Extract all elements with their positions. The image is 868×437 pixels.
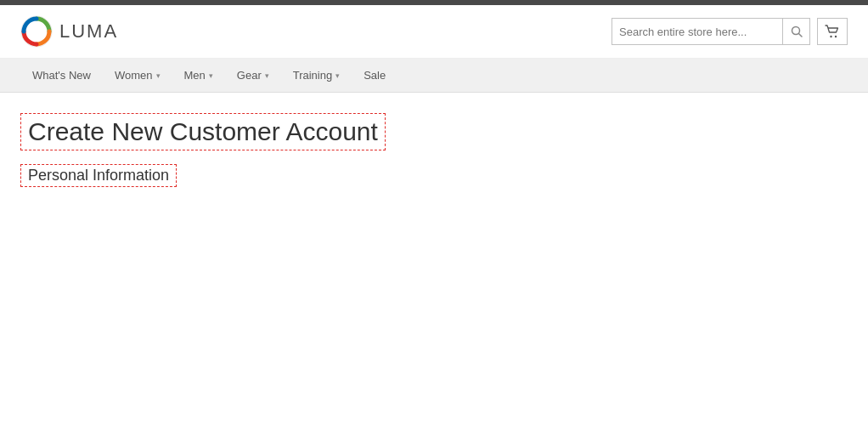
header: LUMA [0, 5, 868, 59]
search-icon [791, 26, 803, 37]
nav-item-gear[interactable]: Gear ▾ [225, 59, 281, 92]
nav-item-whats-new[interactable]: What's New [20, 59, 103, 92]
svg-point-3 [830, 36, 831, 37]
chevron-down-icon: ▾ [335, 71, 340, 80]
search-button[interactable] [782, 19, 809, 44]
luma-logo-icon [20, 15, 53, 48]
nav-item-women[interactable]: Women ▾ [103, 59, 172, 92]
search-input[interactable] [612, 19, 782, 44]
chevron-down-icon: ▾ [209, 71, 213, 80]
section-title: Personal Information [20, 164, 177, 187]
nav-item-sale[interactable]: Sale [352, 59, 397, 92]
nav-item-men[interactable]: Men ▾ [172, 59, 225, 92]
svg-line-2 [798, 34, 802, 37]
logo-text: LUMA [59, 20, 118, 43]
header-right [612, 18, 848, 45]
chevron-down-icon: ▾ [156, 71, 161, 80]
chevron-down-icon: ▾ [265, 71, 269, 80]
page-content: Create New Customer Account Personal Inf… [0, 93, 868, 194]
svg-point-4 [835, 36, 837, 37]
nav-item-training[interactable]: Training ▾ [281, 59, 352, 92]
cart-button[interactable] [817, 18, 848, 45]
cart-icon [825, 25, 840, 38]
logo-area: LUMA [20, 15, 118, 48]
page-title: Create New Customer Account [20, 113, 386, 150]
search-box [612, 18, 810, 45]
main-nav: What's New Women ▾ Men ▾ Gear ▾ Training… [0, 59, 868, 93]
